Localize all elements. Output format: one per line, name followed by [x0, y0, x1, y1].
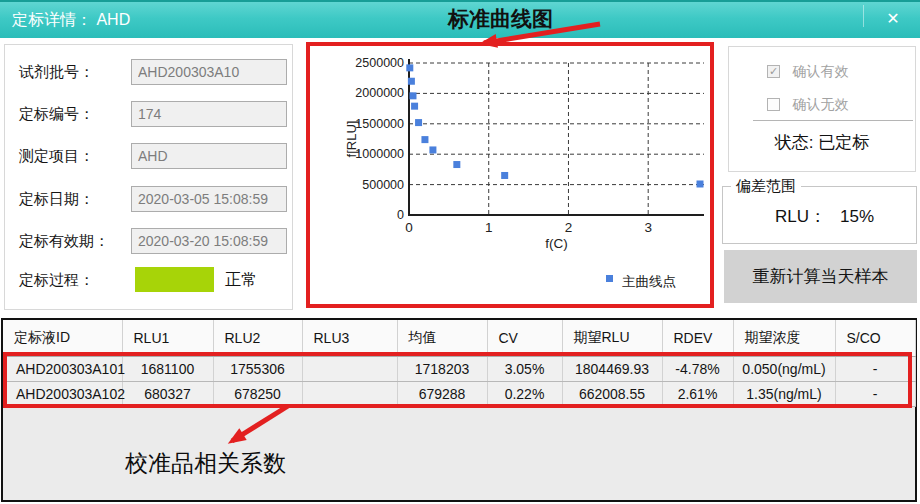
- confirm-invalid-label: 确认无效: [792, 96, 848, 112]
- svg-text:2: 2: [565, 220, 573, 235]
- svg-text:主曲线点: 主曲线点: [622, 274, 676, 289]
- svg-text:2000000: 2000000: [355, 86, 404, 100]
- process-status-text: 正常: [225, 270, 257, 291]
- cell-rdev: -4.78%: [662, 356, 733, 381]
- calibrator-table: 定标液ID RLU1 RLU2 RLU3 均值 CV 期望RLU RDEV 期望…: [3, 320, 916, 407]
- cell-cv: 0.22%: [487, 381, 562, 406]
- calibration-no-label: 定标编号：: [19, 105, 94, 124]
- col-rlu1: RLU1: [122, 320, 213, 356]
- cell-cv: 3.05%: [487, 356, 562, 381]
- table-row[interactable]: AHD200303A102 680327 678250 679288 0.22%…: [3, 381, 915, 406]
- calibration-expiry-label: 定标有效期：: [19, 232, 109, 251]
- calibration-date-row: 定标日期：: [5, 186, 292, 213]
- confirm-valid-row: ✓ 确认有效: [767, 62, 848, 78]
- col-cv: CV: [487, 320, 562, 356]
- calibration-status-text: 状态: 已定标: [729, 131, 915, 154]
- deviation-rlu-value: 15%: [840, 207, 874, 226]
- deviation-range-group: 偏差范围 RLU：15%: [722, 186, 917, 244]
- divider: [753, 120, 913, 121]
- cell-rlu3: [302, 356, 397, 381]
- table-row[interactable]: AHD200303A101 1681100 1755306 1718203 3.…: [3, 356, 915, 381]
- cell-id: AHD200303A101: [3, 356, 122, 381]
- assay-item-label: 测定项目：: [19, 147, 94, 166]
- deviation-rlu-label: RLU：: [775, 207, 826, 226]
- standard-curve-panel: 050000010000001500000200000025000000123f…: [306, 42, 714, 308]
- confirm-panel: ✓ 确认有效 确认无效 状态: 已定标: [728, 46, 916, 172]
- chart-annotation-label: 标准曲线图: [448, 5, 553, 33]
- col-calibrator-id: 定标液ID: [3, 320, 122, 356]
- title-bar: 定标详情： AHD 标准曲线图 ✕: [0, 0, 920, 38]
- cell-expected-conc: 1.35(ng/mL): [733, 381, 835, 406]
- window-title: 定标详情： AHD: [12, 10, 130, 31]
- col-expected-conc: 期望浓度: [733, 320, 835, 356]
- confirm-invalid-checkbox[interactable]: [767, 98, 780, 111]
- cell-rlu1: 680327: [122, 381, 213, 406]
- calibration-process-row: 定标过程： 正常: [5, 267, 292, 294]
- deviation-range-title: 偏差范围: [731, 177, 801, 196]
- col-mean: 均值: [397, 320, 487, 356]
- table-header-row: 定标液ID RLU1 RLU2 RLU3 均值 CV 期望RLU RDEV 期望…: [3, 320, 915, 356]
- cell-mean: 1718203: [397, 356, 487, 381]
- svg-text:2500000: 2500000: [355, 56, 404, 70]
- svg-text:500000: 500000: [362, 178, 404, 192]
- cell-sco: -: [835, 356, 915, 381]
- cell-expected-conc: 0.050(ng/mL): [733, 356, 835, 381]
- calibration-expiry-row: 定标有效期：: [5, 228, 292, 255]
- calibration-date-field[interactable]: [131, 186, 287, 212]
- cell-sco: -: [835, 381, 915, 406]
- reagent-lot-label: 试剂批号：: [19, 63, 94, 82]
- assay-item-row: 测定项目：: [5, 143, 292, 170]
- cell-expected-rlu: 1804469.93: [562, 356, 662, 381]
- calibration-expiry-field[interactable]: [131, 228, 287, 254]
- svg-text:f[RLU]: f[RLU]: [344, 121, 359, 158]
- cell-rlu3: [302, 381, 397, 406]
- calibrator-table-panel: 定标液ID RLU1 RLU2 RLU3 均值 CV 期望RLU RDEV 期望…: [1, 318, 917, 502]
- recalculate-samples-button[interactable]: 重新计算当天样本: [724, 250, 917, 303]
- col-expected-rlu: 期望RLU: [562, 320, 662, 356]
- svg-text:3: 3: [644, 220, 652, 235]
- col-rdev: RDEV: [662, 320, 733, 356]
- cell-expected-rlu: 662008.55: [562, 381, 662, 406]
- calibration-date-label: 定标日期：: [19, 190, 94, 209]
- svg-text:f(C): f(C): [545, 236, 568, 251]
- confirm-invalid-row: 确认无效: [767, 95, 848, 111]
- standard-curve-chart: 050000010000001500000200000025000000123f…: [310, 46, 710, 304]
- assay-item-field[interactable]: [131, 143, 287, 169]
- cell-rlu1: 1681100: [122, 356, 213, 381]
- col-sco: S/CO: [835, 320, 915, 356]
- titlebar-separator: [863, 5, 864, 27]
- svg-text:1000000: 1000000: [355, 147, 404, 161]
- cell-rlu2: 1755306: [213, 356, 302, 381]
- table-annotation-label: 校准品相关系数: [125, 448, 286, 479]
- calibration-process-label: 定标过程：: [19, 271, 94, 290]
- confirm-valid-label: 确认有效: [792, 63, 848, 79]
- svg-text:0: 0: [405, 220, 413, 235]
- reagent-lot-row: 试剂批号：: [5, 59, 292, 86]
- col-rlu3: RLU3: [302, 320, 397, 356]
- process-status-bar: [135, 267, 214, 292]
- reagent-lot-field[interactable]: [131, 59, 287, 85]
- cell-rlu2: 678250: [213, 381, 302, 406]
- cell-mean: 679288: [397, 381, 487, 406]
- svg-text:1500000: 1500000: [355, 117, 404, 131]
- cell-rdev: 2.61%: [662, 381, 733, 406]
- calibration-no-row: 定标编号：: [5, 101, 292, 128]
- deviation-rlu-line: RLU：15%: [775, 205, 874, 228]
- confirm-valid-checkbox[interactable]: ✓: [767, 65, 780, 78]
- svg-text:0: 0: [397, 208, 404, 222]
- cell-id: AHD200303A102: [3, 381, 122, 406]
- svg-text:1: 1: [485, 220, 493, 235]
- col-rlu2: RLU2: [213, 320, 302, 356]
- close-icon[interactable]: ✕: [876, 7, 910, 31]
- calibration-no-field[interactable]: [131, 101, 287, 127]
- calibration-info-panel: 试剂批号： 定标编号： 测定项目： 定标日期： 定标有效期： 定标过程： 正常: [4, 44, 293, 310]
